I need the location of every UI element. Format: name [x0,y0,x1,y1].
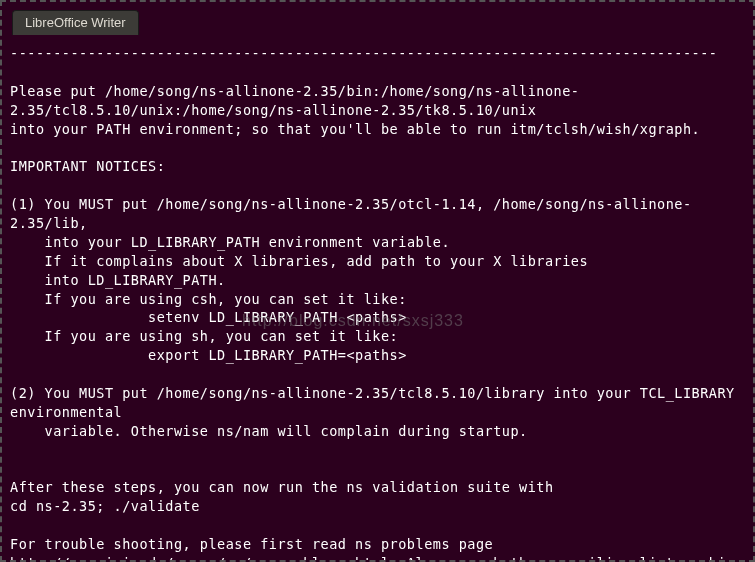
tab-container: LibreOffice Writer [12,10,139,35]
terminal-output[interactable]: ----------------------------------------… [6,36,749,556]
tab-libreoffice-writer[interactable]: LibreOffice Writer [12,10,139,35]
